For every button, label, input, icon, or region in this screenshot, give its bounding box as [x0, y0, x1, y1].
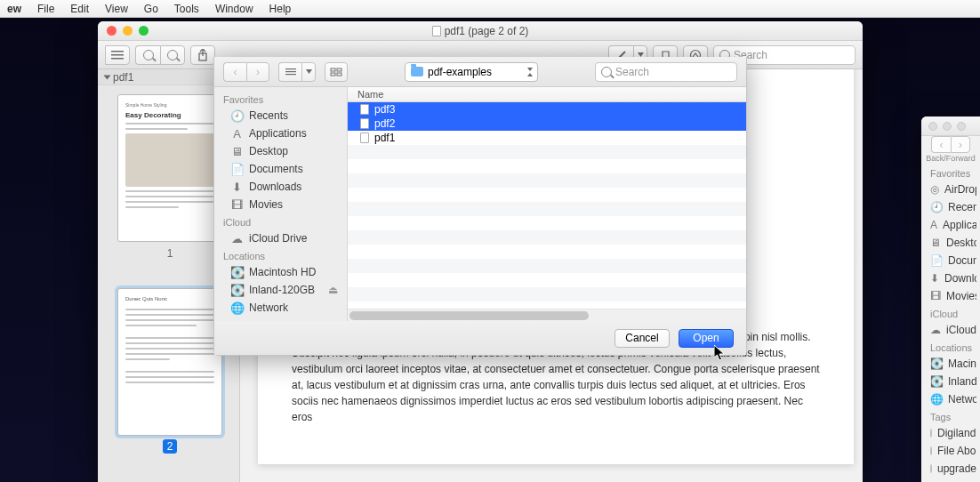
- document-proxy-icon[interactable]: [432, 26, 441, 36]
- sidebar-toolbar-button[interactable]: [105, 45, 130, 65]
- finder-item-tag[interactable]: Digiland: [925, 424, 976, 442]
- file-list-scroll[interactable]: pdf3 pdf2 pdf1: [348, 102, 746, 309]
- menubar: ew File Edit View Go Tools Window Help: [0, 0, 980, 18]
- column-header-name[interactable]: Name: [348, 87, 746, 102]
- finder-item-airdrop[interactable]: ◎AirDrop: [925, 181, 976, 198]
- sidebar-heading-locations: Locations: [214, 247, 347, 263]
- finder-item-downloads[interactable]: ⬇Downlo: [925, 269, 976, 287]
- folder-popup[interactable]: pdf-examples: [405, 62, 538, 82]
- open-panel-search[interactable]: Search: [595, 62, 737, 82]
- svg-rect-13: [331, 73, 335, 76]
- menubar-app-name[interactable]: ew: [7, 3, 21, 15]
- file-row[interactable]: pdf1: [348, 131, 746, 145]
- eject-icon[interactable]: ⏏: [328, 284, 338, 296]
- applications-icon: A: [930, 219, 937, 231]
- finder-item-macintosh-hd[interactable]: 💽Macinto: [925, 355, 976, 373]
- airdrop-icon: ◎: [930, 183, 939, 196]
- finder-heading-locations: Locations: [925, 339, 976, 355]
- menu-window[interactable]: Window: [215, 3, 253, 15]
- svg-rect-14: [337, 73, 341, 76]
- forward-button[interactable]: ›: [246, 62, 269, 82]
- finder-item-icloud-drive[interactable]: ☁iCloud D: [925, 321, 976, 339]
- file-icon: [360, 133, 369, 143]
- sidebar-heading-icloud: iCloud: [214, 213, 347, 229]
- applications-icon: A: [230, 128, 244, 140]
- folder-popup-label: pdf-examples: [428, 66, 492, 78]
- page-thumbnail-2[interactable]: Donec Quis Nunc 2: [117, 288, 222, 454]
- finder-item-desktop[interactable]: 🖥Desktop: [925, 234, 976, 252]
- svg-rect-7: [285, 68, 296, 69]
- menu-edit[interactable]: Edit: [70, 3, 89, 15]
- thumbnail-page-number: 2: [163, 439, 178, 454]
- sidebar-item-downloads[interactable]: ⬇Downloads: [214, 178, 347, 196]
- grouping-button[interactable]: [325, 62, 348, 82]
- disclosure-triangle-icon: [104, 75, 111, 79]
- sidebar-item-network[interactable]: 🌐Network: [214, 299, 347, 317]
- view-mode-button[interactable]: [278, 62, 301, 82]
- open-panel-sheet: ‹ › pdf-examples Search Favorites 🕘Recen…: [213, 57, 747, 356]
- finder-sidebar: Favorites ◎AirDrop 🕘Recents AApplicat 🖥D…: [921, 163, 980, 479]
- cloud-icon: ☁: [230, 233, 244, 245]
- finder-item-tag[interactable]: upgrade: [925, 460, 976, 478]
- menu-help[interactable]: Help: [269, 3, 292, 15]
- menu-file[interactable]: File: [37, 3, 54, 15]
- finder-titlebar[interactable]: [921, 116, 980, 136]
- preview-titlebar[interactable]: pdf1 (page 2 of 2): [98, 21, 863, 41]
- sidebar-item-recents[interactable]: 🕘Recents: [214, 107, 347, 125]
- finder-item-tag[interactable]: File Abo: [925, 442, 976, 460]
- cancel-button[interactable]: Cancel: [615, 329, 670, 348]
- share-icon[interactable]: [190, 45, 215, 65]
- view-mode-menu-button[interactable]: [301, 62, 316, 82]
- sidebar-item-icloud-drive[interactable]: ☁iCloud Drive: [214, 229, 347, 247]
- menu-go[interactable]: Go: [144, 3, 158, 15]
- movies-icon: 🎞: [230, 199, 244, 211]
- scrollbar-thumb[interactable]: [349, 311, 589, 320]
- sidebar-doc-name: pdf1: [113, 71, 133, 84]
- movies-icon: 🎞: [930, 290, 941, 302]
- sidebar-item-desktop[interactable]: 🖥Desktop: [214, 142, 347, 160]
- disk-icon: 💽: [230, 267, 244, 278]
- network-icon: 🌐: [230, 302, 244, 314]
- zoom-in-icon[interactable]: [160, 45, 185, 65]
- disk-icon: 💽: [930, 357, 943, 370]
- disk-icon: 💽: [930, 375, 943, 388]
- file-row[interactable]: pdf2: [348, 116, 746, 131]
- sidebar-heading-favorites: Favorites: [214, 91, 347, 107]
- inactive-minimize-button[interactable]: [943, 122, 952, 131]
- menu-view[interactable]: View: [105, 3, 128, 15]
- finder-item-documents[interactable]: 📄Docume: [925, 252, 976, 269]
- disk-icon: 💽: [230, 285, 244, 296]
- horizontal-scrollbar[interactable]: [348, 309, 746, 321]
- sidebar-item-applications[interactable]: AApplications: [214, 125, 347, 142]
- tag-dot-icon: [930, 464, 932, 473]
- file-row[interactable]: pdf3: [348, 102, 746, 116]
- sidebar-item-movies[interactable]: 🎞Movies: [214, 196, 347, 213]
- file-icon: [360, 118, 369, 129]
- open-panel-sidebar: Favorites 🕘Recents AApplications 🖥Deskto…: [214, 87, 348, 321]
- inactive-close-button[interactable]: [928, 122, 937, 131]
- finder-item-network[interactable]: 🌐Network: [925, 390, 976, 408]
- desktop-icon: 🖥: [230, 146, 244, 157]
- inactive-zoom-button[interactable]: [957, 122, 966, 131]
- svg-rect-2: [111, 58, 124, 60]
- sidebar-item-macintosh-hd[interactable]: 💽Macintosh HD: [214, 263, 347, 281]
- menu-tools[interactable]: Tools: [174, 3, 199, 15]
- finder-heading-icloud: iCloud: [925, 305, 976, 321]
- finder-forward-button[interactable]: ›: [951, 136, 970, 153]
- back-button[interactable]: ‹: [223, 62, 246, 82]
- finder-back-button[interactable]: ‹: [931, 136, 951, 153]
- finder-item-recents[interactable]: 🕘Recents: [925, 198, 976, 216]
- svg-rect-9: [285, 74, 296, 75]
- thumbnail-page-number: 1: [117, 247, 222, 260]
- sidebar-item-inland[interactable]: 💽Inland-120GB⏏: [214, 281, 347, 299]
- zoom-out-icon[interactable]: [135, 45, 160, 65]
- svg-rect-0: [111, 51, 124, 52]
- svg-marker-10: [306, 69, 312, 74]
- finder-item-inland[interactable]: 💽Inland-1: [925, 373, 976, 390]
- page-thumbnail-1[interactable]: Simple Home Styling Easy Decorating 1: [117, 94, 222, 260]
- finder-item-movies[interactable]: 🎞Movies: [925, 287, 976, 305]
- sidebar-item-documents[interactable]: 📄Documents: [214, 160, 347, 178]
- clock-icon: 🕘: [230, 110, 244, 122]
- finder-item-applications[interactable]: AApplicat: [925, 216, 976, 234]
- downloads-icon: ⬇: [230, 181, 244, 193]
